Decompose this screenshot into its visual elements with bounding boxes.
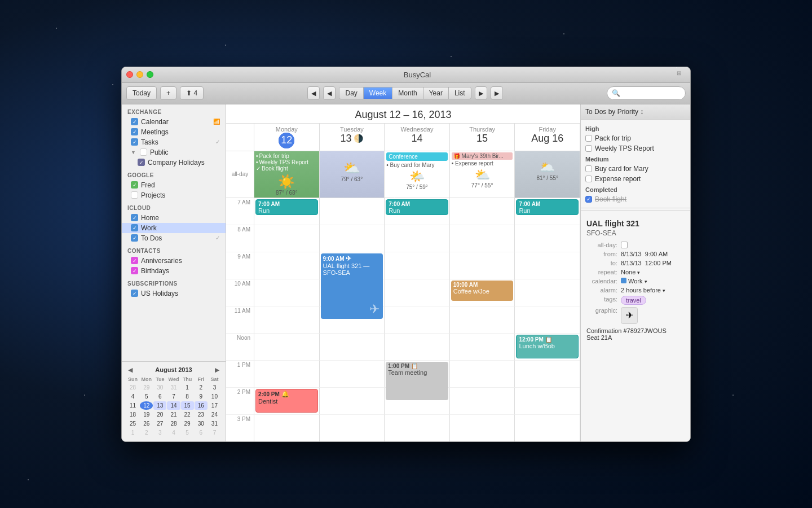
timecell-fri-8[interactable] [515,225,580,252]
timecell-thu-2pm[interactable] [450,388,515,415]
tag-travel[interactable]: travel [621,296,646,305]
allday-event-tps[interactable]: •Weekly TPS Report [256,159,317,165]
mini-cal-day[interactable]: 28 [167,419,180,428]
mini-cal-day[interactable]: 23 [195,410,208,419]
allday-event-buycard[interactable]: • Buy card for Mary [386,162,448,168]
mini-cal-prev[interactable]: ◀ [126,366,134,374]
close-button[interactable] [126,71,133,78]
todo-check-expense[interactable] [585,176,592,182]
expand-icon[interactable]: ⊞ [677,70,686,79]
timecell-fri-2pm[interactable] [515,388,580,415]
nav-prev[interactable]: ◀ [323,86,336,100]
timecell-mon-1pm[interactable] [254,361,320,388]
timecell-mon-11[interactable] [254,306,320,334]
sidebar-item-anniversaries[interactable]: ✓ Anniversaries [122,256,226,266]
mini-cal-day[interactable]: 30 [195,419,208,428]
mini-cal-day[interactable]: 16 [195,401,208,410]
mini-cal-day[interactable]: 25 [126,419,139,428]
mini-cal-day[interactable]: 29 [181,419,194,428]
mini-cal-day[interactable]: 3 [153,428,166,437]
timecell-thu-10[interactable]: 10:00 AM Coffee w/Joe [450,279,515,306]
event-dentist[interactable]: 2:00 PM 🔔 Dentist [255,389,318,413]
timecell-mon-noon[interactable] [254,334,320,361]
mini-cal-day[interactable]: 19 [140,410,153,419]
mini-cal-day[interactable]: 7 [167,392,180,401]
mini-cal-day[interactable]: 4 [167,428,180,437]
mini-cal-day[interactable]: 10 [208,392,221,401]
sidebar-item-meetings[interactable]: ✓ Meetings [122,127,226,137]
event-run-wed[interactable]: 7:00 AM Run [386,199,448,215]
mini-cal-day[interactable]: 4 [126,392,139,401]
todos-header[interactable]: To Dos by Priority ↕ [581,104,690,120]
timecell-fri-1pm[interactable] [515,361,580,388]
todo-item-buycard[interactable]: Buy card for Mary [581,164,690,174]
mini-cal-day[interactable]: 31 [208,419,221,428]
allday-event-expense[interactable]: • Expense report [452,160,513,167]
mini-cal-day[interactable]: 21 [167,410,180,419]
timecell-mon-2pm[interactable]: 2:00 PM 🔔 Dentist [254,388,320,415]
todo-check-tps[interactable] [585,145,592,152]
time-grid-container[interactable]: 7 AM 7:00 AM Run 7:00 AM Run [226,198,580,441]
timecell-mon-3pm[interactable] [254,415,320,441]
timecell-mon-7[interactable]: 7:00 AM Run [254,198,320,225]
timecell-wed-10[interactable] [385,279,450,306]
mini-cal-day[interactable]: 6 [195,428,208,437]
timecell-fri-11[interactable] [515,306,580,334]
todo-check-pack[interactable] [585,135,592,142]
timecell-wed-9[interactable] [385,252,450,279]
mini-cal-day[interactable]: 17 [208,401,221,410]
timecell-fri-noon[interactable]: 12:00 PM 📋 Lunch w/Bob [515,334,580,361]
timecell-wed-3pm[interactable] [385,415,450,441]
timecell-wed-11[interactable] [385,306,450,334]
mini-cal-day[interactable]: 30 [153,383,166,392]
sidebar-item-tasks[interactable]: ✓ Tasks ✓ [122,137,226,147]
mini-cal-day[interactable]: 6 [153,392,166,401]
allday-wednesday[interactable]: Conference • Buy card for Mary 🌤️ 75° / … [385,151,450,198]
sidebar-item-projects[interactable]: Projects [122,190,226,200]
mini-cal-today[interactable]: 12 [140,401,153,410]
day-header-thursday[interactable]: Thursday 15 [450,124,515,151]
day-header-friday[interactable]: Friday Aug 16 [515,124,580,151]
timecell-fri-10[interactable] [515,279,580,306]
mini-cal-day[interactable]: 27 [153,419,166,428]
tab-week[interactable]: Week [364,87,392,99]
mini-cal-day[interactable]: 28 [126,383,139,392]
graphic-plane-icon[interactable]: ✈ [621,307,638,324]
mini-cal-day[interactable]: 22 [181,410,194,419]
sidebar-item-todos[interactable]: ✓ To Dos ✓ [122,233,226,243]
timecell-thu-noon[interactable] [450,334,515,361]
sidebar-item-work[interactable]: ✓ Work [122,223,226,233]
day-header-monday[interactable]: Monday 12 [254,124,320,151]
mini-cal-day[interactable]: 8 [181,392,194,401]
mini-cal-day[interactable]: 2 [195,383,208,392]
timecell-tue-noon[interactable] [320,334,385,361]
sidebar-item-birthdays[interactable]: ✓ Birthdays [122,266,226,276]
tab-year[interactable]: Year [423,87,449,99]
mini-cal-day[interactable]: 26 [140,419,153,428]
mini-cal-day[interactable]: 15 [181,401,194,410]
tab-month[interactable]: Month [392,87,423,99]
event-lunch-bob[interactable]: 12:00 PM 📋 Lunch w/Bob [516,335,579,358]
mini-cal-day[interactable]: 11 [126,401,139,410]
sidebar-item-company-holidays[interactable]: ✓ Company Holidays [122,157,226,168]
day-header-wednesday[interactable]: Wednesday 14 [385,124,450,151]
timecell-tue-3pm[interactable] [320,415,385,441]
sidebar-item-home[interactable]: ✓ Home [122,213,226,223]
allday-event-pack[interactable]: •Pack for trip [256,153,317,159]
fullscreen-button[interactable] [147,71,153,78]
todo-item-bookflight[interactable]: Book flight [581,194,690,204]
timecell-thu-9[interactable] [450,252,515,279]
mini-cal-day[interactable]: 9 [195,392,208,401]
todo-item-expense[interactable]: Expense report [581,174,690,184]
allday-tuesday[interactable]: ⛅ 79° / 63° [320,151,385,198]
timecell-tue-1pm[interactable] [320,361,385,388]
mini-cal-day[interactable]: 1 [181,383,194,392]
todo-item-pack[interactable]: Pack for trip [581,133,690,143]
timecell-fri-7[interactable]: 7:00 AM Run [515,198,580,225]
import-button[interactable]: ⬆ 4 [180,86,204,100]
mini-cal-day[interactable]: 31 [167,383,180,392]
day-header-tuesday[interactable]: Tuesday 13 🌗 [320,124,385,151]
allday-friday[interactable]: 🌥️ 81° / 55° [515,151,580,198]
today-button[interactable]: Today [126,86,157,100]
mini-cal-day[interactable]: 2 [140,428,153,437]
